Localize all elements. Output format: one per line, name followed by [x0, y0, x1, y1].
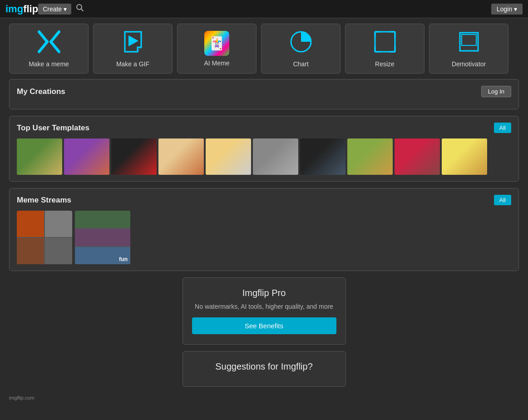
template-placeholder-7	[300, 138, 345, 175]
meme-streams-header: Meme Streams All	[17, 195, 511, 205]
logo-flip-text: flip	[23, 3, 38, 15]
pro-section-wrapper: Imgflip Pro No watermarks, AI tools, hig…	[183, 277, 346, 345]
tool-demotivator[interactable]: Demotivator	[429, 24, 508, 74]
svg-line-3	[51, 32, 59, 42]
my-creations-title: My Creations	[17, 87, 65, 96]
svg-line-2	[39, 32, 47, 42]
svg-marker-7	[128, 35, 138, 46]
demotivator-icon	[457, 30, 481, 57]
resize-label: Resize	[375, 60, 395, 68]
template-placeholder-6	[253, 138, 298, 175]
create-button[interactable]: Create ▾	[38, 4, 71, 15]
see-benefits-button[interactable]: See Benefits	[192, 317, 336, 334]
tool-chart[interactable]: Chart	[261, 24, 340, 74]
svg-line-1	[81, 9, 84, 11]
pro-title: Imgflip Pro	[192, 288, 336, 298]
header-right: Login ▾	[491, 4, 523, 15]
top-templates-title: Top User Templates	[17, 124, 89, 133]
login-dropdown-icon: ▾	[514, 5, 517, 13]
list-item[interactable]	[395, 138, 440, 175]
chart-label: Chart	[293, 60, 308, 68]
list-item[interactable]	[253, 138, 298, 175]
meme-streams-title: Meme Streams	[17, 196, 71, 205]
list-item[interactable]	[347, 138, 393, 175]
streams-row: fun	[17, 211, 511, 264]
template-placeholder-4	[158, 138, 204, 175]
list-item[interactable]	[300, 138, 345, 175]
stream-collage-1	[17, 211, 72, 264]
list-item[interactable]	[111, 138, 157, 175]
template-placeholder-1	[17, 138, 62, 175]
template-placeholder-2	[64, 138, 109, 175]
suggestions-section: Suggestions for Imgflip?	[183, 351, 346, 387]
templates-row	[17, 138, 511, 175]
suggestions-title: Suggestions for Imgflip?	[192, 361, 336, 372]
list-item[interactable]	[17, 211, 72, 264]
template-placeholder-9	[395, 138, 440, 175]
list-item[interactable]	[158, 138, 204, 175]
my-creations-header: My Creations Log In	[17, 86, 511, 97]
tool-resize[interactable]: Resize	[345, 24, 424, 74]
make-gif-label: Make a GIF	[116, 60, 149, 68]
pro-section: Imgflip Pro No watermarks, AI tools, hig…	[183, 277, 346, 345]
make-gif-icon	[121, 30, 145, 57]
svg-rect-11	[460, 33, 478, 51]
stream-collage-2: fun	[75, 211, 130, 264]
svg-line-4	[39, 42, 47, 52]
top-templates-all-button[interactable]: All	[494, 123, 511, 133]
svg-line-5	[51, 42, 59, 52]
login-label: Login	[497, 5, 512, 13]
suggestions-section-wrapper: Suggestions for Imgflip?	[183, 351, 346, 387]
svg-rect-12	[462, 35, 476, 45]
top-templates-header: Top User Templates All	[17, 123, 511, 133]
header: imgflip Create ▾ Login ▾	[0, 0, 528, 18]
chart-icon	[289, 30, 313, 57]
template-placeholder-3	[111, 138, 157, 175]
tool-make-gif[interactable]: Make a GIF	[93, 24, 173, 74]
make-meme-label: Make a meme	[29, 60, 69, 68]
list-item[interactable]	[17, 138, 62, 175]
demotivator-label: Demotivator	[452, 60, 486, 68]
list-item[interactable]	[206, 138, 251, 175]
my-creations-section: My Creations Log In	[9, 79, 519, 109]
meme-streams-section: Meme Streams All	[9, 188, 519, 271]
pro-description: No watermarks, AI tools, higher quality,…	[192, 303, 336, 310]
logo[interactable]: imgflip	[5, 3, 38, 15]
ai-meme-icon: 🃏	[204, 31, 229, 56]
make-meme-icon	[37, 30, 61, 57]
meme-streams-all-button[interactable]: All	[494, 195, 511, 205]
svg-rect-10	[375, 32, 395, 52]
template-placeholder-8	[347, 138, 393, 175]
resize-icon	[373, 30, 397, 57]
template-placeholder-5	[206, 138, 251, 175]
stream-fun-label: fun	[119, 256, 128, 262]
footer-text: imgflip.com	[9, 395, 35, 400]
template-placeholder-10	[442, 138, 487, 175]
list-item[interactable]	[64, 138, 109, 175]
ai-meme-label: AI Meme	[204, 59, 229, 67]
list-item[interactable]	[442, 138, 487, 175]
tool-ai-meme[interactable]: 🃏 AI Meme	[177, 24, 257, 74]
search-icon[interactable]	[76, 4, 84, 14]
list-item[interactable]: fun	[75, 211, 130, 264]
top-templates-section: Top User Templates All	[9, 116, 519, 182]
tools-row: Make a meme Make a GIF 🃏 AI Meme Chart	[0, 18, 528, 79]
login-button[interactable]: Login ▾	[491, 4, 523, 15]
tool-make-meme[interactable]: Make a meme	[9, 24, 89, 74]
log-in-button[interactable]: Log In	[481, 86, 511, 97]
logo-img-text: img	[5, 3, 23, 15]
footer: imgflip.com	[0, 393, 528, 402]
create-label: Create	[43, 5, 62, 13]
create-dropdown-icon: ▾	[64, 5, 67, 13]
